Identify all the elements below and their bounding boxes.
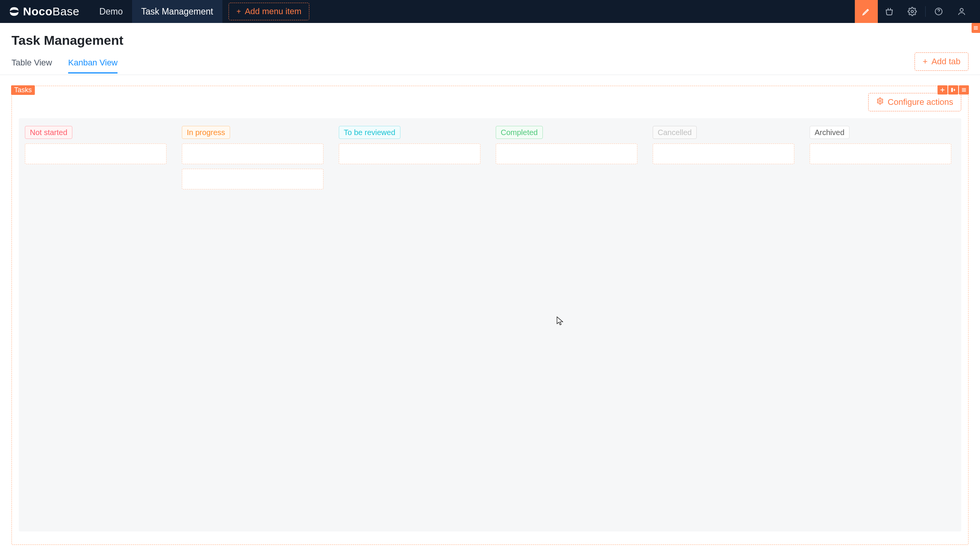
tabs-row: Table View Kanban View + Add tab (0, 48, 980, 75)
plus-icon: + (237, 8, 241, 15)
page-header: Task Management (0, 23, 980, 48)
kanban-column-header: To be reviewed (339, 126, 480, 139)
add-menu-item-label: Add menu item (245, 7, 301, 16)
block-tool-menu[interactable] (959, 85, 969, 95)
column-status-chip[interactable]: To be reviewed (339, 126, 400, 139)
design-mode-icon[interactable] (855, 0, 878, 23)
kanban-card[interactable] (182, 143, 323, 164)
kanban-column-tobereviewed: To be reviewed (339, 126, 480, 164)
nav-item-task-management[interactable]: Task Management (132, 0, 222, 23)
kanban-column-header: Completed (496, 126, 637, 139)
svg-point-0 (911, 10, 913, 13)
nav-item-demo[interactable]: Demo (90, 0, 132, 23)
plus-icon: + (923, 57, 928, 67)
gear-icon (876, 97, 884, 107)
svg-rect-11 (962, 88, 966, 89)
block-tool-add[interactable] (938, 85, 947, 95)
kanban-card[interactable] (25, 143, 167, 164)
column-status-chip[interactable]: Completed (496, 126, 543, 139)
brand-name: NocoBase (23, 5, 79, 18)
add-tab-label: Add tab (931, 57, 960, 67)
tab-kanban-view[interactable]: Kanban View (68, 54, 118, 73)
plugin-icon[interactable] (878, 0, 901, 23)
nav-item-label: Task Management (141, 7, 213, 17)
svg-rect-12 (962, 90, 966, 90)
column-status-chip[interactable]: Archived (810, 126, 849, 139)
svg-rect-7 (941, 90, 945, 90)
tab-label: Kanban View (68, 58, 118, 67)
block-tools (937, 85, 969, 95)
tabs-left: Table View Kanban View (11, 54, 118, 73)
topnav-separator (925, 6, 926, 17)
page-title: Task Management (11, 33, 969, 48)
help-icon[interactable] (927, 0, 950, 23)
kanban-card[interactable] (182, 169, 323, 189)
kanban-card[interactable] (810, 143, 951, 164)
kanban-column-cancelled: Cancelled (653, 126, 794, 164)
tab-table-view[interactable]: Table View (11, 54, 52, 73)
svg-rect-13 (962, 91, 966, 92)
tab-label: Table View (11, 58, 52, 67)
kanban-column-archived: Archived (810, 126, 951, 164)
settings-icon[interactable] (901, 0, 924, 23)
add-menu-item-button[interactable]: + Add menu item (229, 3, 310, 20)
svg-rect-8 (951, 88, 953, 92)
svg-point-2 (960, 8, 963, 11)
content-area: Tasks Configure actions Not startedIn pr… (0, 75, 980, 551)
tasks-block: Tasks Configure actions Not startedIn pr… (11, 86, 969, 545)
user-icon[interactable] (950, 0, 973, 23)
brand-logo[interactable]: NocoBase (8, 5, 79, 18)
nav-item-label: Demo (99, 7, 122, 17)
column-status-chip[interactable]: Cancelled (653, 126, 697, 139)
block-tool-insert[interactable] (948, 85, 958, 95)
configure-actions-label: Configure actions (888, 97, 953, 107)
kanban-column-notstarted: Not started (25, 126, 167, 164)
kanban-column-inprogress: In progress (182, 126, 323, 189)
kanban-column-header: Cancelled (653, 126, 794, 139)
block-tag[interactable]: Tasks (11, 85, 35, 95)
add-tab-button[interactable]: + Add tab (915, 52, 969, 71)
kanban-column-header: Not started (25, 126, 167, 139)
topnav-right (855, 0, 973, 23)
top-navbar: NocoBase Demo Task Management + Add menu… (0, 0, 980, 23)
kanban-board: Not startedIn progressTo be reviewedComp… (19, 118, 961, 531)
svg-rect-10 (954, 89, 955, 91)
column-status-chip[interactable]: Not started (25, 126, 72, 139)
kanban-card[interactable] (496, 143, 637, 164)
nav-items: Demo Task Management (90, 0, 222, 23)
kanban-column-header: Archived (810, 126, 951, 139)
brand-mark-icon (8, 6, 20, 17)
kanban-card[interactable] (653, 143, 794, 164)
kanban-column-completed: Completed (496, 126, 637, 164)
column-status-chip[interactable]: In progress (182, 126, 230, 139)
configure-actions-button[interactable]: Configure actions (868, 93, 961, 111)
kanban-column-header: In progress (182, 126, 323, 139)
kanban-card[interactable] (339, 143, 480, 164)
svg-point-14 (879, 100, 881, 102)
